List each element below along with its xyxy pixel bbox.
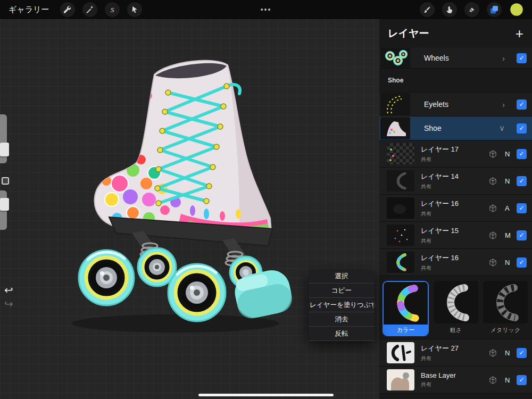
check-icon: ✓ <box>519 376 524 384</box>
layer-label: Shoe <box>424 124 442 132</box>
chevron-right-icon[interactable]: › <box>499 53 508 63</box>
layer-shared-badge: 共有 <box>421 237 459 245</box>
layer-row-shoe[interactable]: Shoe ∨ ✓ <box>379 117 532 140</box>
layer-row[interactable]: レイヤー 27 共有 N ✓ <box>379 339 532 367</box>
check-icon: ✓ <box>519 124 524 132</box>
menu-item-fill-layer[interactable]: レイヤーを塗りつぶす <box>309 298 375 312</box>
wrench-icon <box>63 5 72 14</box>
check-icon: ✓ <box>519 150 524 157</box>
gallery-button[interactable]: ギャラリー <box>0 5 56 15</box>
layer-row[interactable]: レイヤー 16 共有 N ✓ <box>379 249 532 276</box>
layer-thumbnail <box>387 369 414 390</box>
brush-size-slider[interactable] <box>0 114 7 163</box>
layer-label: レイヤー 27 <box>421 344 459 353</box>
blend-mode-button[interactable]: N <box>502 177 512 186</box>
metallic-channel-thumbnail <box>483 281 528 323</box>
layer-visibility-checkbox[interactable]: ✓ <box>517 348 527 358</box>
layer-row[interactable]: レイヤー 16 共有 A ✓ <box>379 195 532 222</box>
brush-icon <box>422 5 432 14</box>
opacity-slider[interactable] <box>0 190 7 230</box>
roughness-channel-thumbnail <box>434 281 478 323</box>
redo-button[interactable]: ↪ <box>1 297 16 311</box>
check-icon: ✓ <box>519 231 524 239</box>
check-icon: ✓ <box>519 349 524 356</box>
material-card-metallic[interactable]: メタリック <box>483 281 528 334</box>
layer-label: レイヤー 14 <box>421 172 459 181</box>
layer-thumbnail <box>387 252 414 273</box>
brush-button[interactable] <box>420 2 435 17</box>
material-card-color[interactable]: カラー <box>383 281 429 336</box>
cube-3d-icon <box>489 259 497 267</box>
blend-mode-button[interactable]: N <box>502 348 512 358</box>
blend-mode-button[interactable]: N <box>502 149 512 159</box>
layer-row[interactable]: レイヤー 15 共有 M ✓ <box>379 222 532 249</box>
material-card-label: 粗さ <box>450 326 462 334</box>
actions-button[interactable] <box>60 2 75 17</box>
transform-button[interactable] <box>127 2 142 17</box>
blend-mode-button[interactable]: N <box>502 258 512 267</box>
chevron-right-icon[interactable]: › <box>499 99 508 110</box>
svg-text:S: S <box>111 6 114 14</box>
check-icon: ✓ <box>519 204 524 212</box>
layer-visibility-checkbox[interactable]: ✓ <box>517 123 527 134</box>
section-header-shoe: Shoe <box>379 69 532 93</box>
opacity-slider-handle[interactable] <box>0 198 9 211</box>
cube-3d-icon <box>489 231 497 239</box>
layer-row[interactable]: レイヤー 17 共有 N ✓ <box>379 140 532 168</box>
magic-wand-icon <box>85 5 95 14</box>
eraser-button[interactable] <box>464 2 479 17</box>
undo-button[interactable]: ↩ <box>1 283 16 297</box>
layers-button[interactable] <box>487 2 502 17</box>
canvas-options-button[interactable]: ••• <box>257 0 275 19</box>
layer-visibility-checkbox[interactable]: ✓ <box>517 203 527 213</box>
layer-label: レイヤー 16 <box>421 199 459 209</box>
layer-row[interactable]: Base Layer 共有 N ✓ <box>379 367 532 394</box>
blend-mode-button[interactable]: A <box>502 204 512 213</box>
layer-visibility-checkbox[interactable]: ✓ <box>517 176 527 186</box>
blend-mode-button[interactable]: N <box>502 376 512 385</box>
layer-label: レイヤー 16 <box>421 253 459 263</box>
layer-visibility-checkbox[interactable]: ✓ <box>517 149 527 159</box>
cursor-arrow-icon <box>130 5 139 14</box>
modify-button[interactable] <box>2 177 9 185</box>
material-card-roughness[interactable]: 粗さ <box>434 281 478 334</box>
layer-row-eyelets[interactable]: Eyelets › ✓ <box>379 93 532 117</box>
menu-item-invert[interactable]: 反転 <box>309 327 375 341</box>
menu-pointer-arrow <box>373 301 382 310</box>
blend-mode-button[interactable]: M <box>502 231 512 240</box>
layer-label: Wheels <box>424 54 449 62</box>
check-icon: ✓ <box>519 177 524 185</box>
layer-thumbnail <box>387 197 414 219</box>
drawing-canvas[interactable]: ↩ ↪ <box>0 19 379 399</box>
layer-visibility-checkbox[interactable]: ✓ <box>517 375 527 385</box>
layer-thumbnail <box>387 143 414 164</box>
active-color-swatch <box>510 3 523 16</box>
layer-shared-badge: 共有 <box>421 156 459 163</box>
top-toolbar: ギャラリー S ••• <box>0 0 532 19</box>
color-button[interactable] <box>509 2 524 17</box>
selection-button[interactable]: S <box>105 2 120 17</box>
layer-row[interactable]: レイヤー 14 共有 N ✓ <box>379 168 532 195</box>
check-icon: ✓ <box>519 54 524 62</box>
adjustments-button[interactable] <box>82 2 97 17</box>
check-icon: ✓ <box>519 259 524 266</box>
layer-shared-badge: 共有 <box>421 210 459 218</box>
paint-tools-group <box>416 2 532 17</box>
layer-context-menu: 選択 コピー レイヤーを塗りつぶす 消去 反転 <box>309 269 375 341</box>
layer-visibility-checkbox[interactable]: ✓ <box>517 257 527 268</box>
add-layer-button[interactable]: + <box>514 27 525 40</box>
layer-visibility-checkbox[interactable]: ✓ <box>517 99 527 110</box>
finger-smudge-icon <box>445 5 454 14</box>
menu-item-select[interactable]: 選択 <box>309 269 375 284</box>
smudge-button[interactable] <box>442 2 457 17</box>
menu-item-copy[interactable]: コピー <box>309 284 375 298</box>
layer-thumbnail <box>387 225 414 246</box>
layer-visibility-checkbox[interactable]: ✓ <box>517 53 527 63</box>
layer-visibility-checkbox[interactable]: ✓ <box>517 230 527 240</box>
chevron-down-icon[interactable]: ∨ <box>496 123 508 134</box>
menu-item-clear[interactable]: 消去 <box>309 312 375 327</box>
layer-row-wheels[interactable]: Wheels › ✓ <box>379 48 532 69</box>
material-card-label: カラー <box>384 325 428 335</box>
brush-size-slider-handle[interactable] <box>0 143 9 156</box>
home-indicator[interactable] <box>198 394 334 396</box>
